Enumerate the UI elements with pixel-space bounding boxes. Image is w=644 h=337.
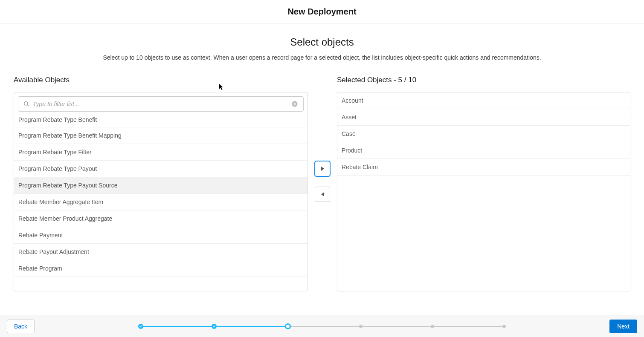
- list-item[interactable]: Program Rebate Type Filter: [14, 144, 307, 161]
- list-item[interactable]: Rebate Member Product Aggregate: [14, 210, 307, 227]
- transfer-buttons: [308, 76, 337, 202]
- list-item[interactable]: Rebate Member Aggregate Item: [14, 194, 307, 210]
- step-upcoming: [431, 325, 434, 328]
- move-right-button[interactable]: [315, 161, 330, 176]
- list-item[interactable]: Asset: [337, 109, 630, 126]
- modal-header: New Deployment: [0, 0, 644, 23]
- step-line: [143, 326, 212, 327]
- step-upcoming: [502, 325, 506, 328]
- available-title: Available Objects: [14, 76, 308, 84]
- list-item[interactable]: Program Rebate Type Benefit: [14, 115, 307, 127]
- list-item[interactable]: Program Rebate Type Payout: [14, 161, 307, 177]
- clear-icon[interactable]: [291, 101, 298, 107]
- search-icon: [23, 101, 29, 107]
- search-field: [18, 96, 304, 112]
- list-item[interactable]: Program Rebate Type Benefit Mapping: [14, 127, 307, 144]
- available-items: Program Rebate Type Benefit Program Reba…: [14, 115, 307, 277]
- list-item[interactable]: Program Rebate Type Payout Source: [14, 177, 307, 194]
- check-icon: [212, 325, 216, 328]
- selected-list-box: Account Asset Case Product Rebate Claim: [337, 92, 630, 291]
- svg-line-1: [27, 105, 29, 107]
- move-left-button[interactable]: [315, 187, 330, 202]
- main-content: Select objects Select up to 10 objects t…: [0, 23, 644, 291]
- available-panel: Available Objects: [14, 76, 308, 291]
- chevron-left-icon: [321, 192, 324, 196]
- list-item[interactable]: Rebate Payout Adjustment: [14, 244, 307, 260]
- check-icon: [139, 325, 142, 328]
- step-completed: [212, 324, 217, 329]
- step-line: [434, 326, 502, 327]
- svg-point-0: [24, 102, 28, 105]
- list-item[interactable]: Rebate Claim: [337, 159, 630, 176]
- list-item[interactable]: Case: [337, 126, 630, 142]
- step-line: [291, 326, 359, 327]
- step-line: [217, 326, 285, 327]
- chevron-right-icon: [321, 167, 324, 171]
- list-item[interactable]: Rebate Program: [14, 260, 307, 277]
- selected-panel: Selected Objects - 5 / 10 Account Asset …: [337, 76, 630, 291]
- next-button[interactable]: Next: [609, 320, 637, 333]
- selected-title: Selected Objects - 5 / 10: [337, 76, 630, 84]
- progress-indicator: [138, 323, 506, 329]
- dual-list-picker: Available Objects: [14, 76, 630, 291]
- step-upcoming: [359, 325, 363, 328]
- modal-footer: Back Next: [0, 315, 644, 337]
- step-line: [363, 326, 431, 327]
- list-item[interactable]: Rebate Payment: [14, 227, 307, 244]
- filter-input[interactable]: [18, 97, 303, 111]
- modal-title: New Deployment: [287, 7, 356, 17]
- step-current: [285, 323, 291, 329]
- list-item[interactable]: Product: [337, 142, 630, 159]
- page-title: Select objects: [14, 36, 630, 48]
- step-completed: [138, 324, 143, 329]
- search-wrap: [14, 92, 307, 115]
- available-list-box: Program Rebate Type Benefit Program Reba…: [14, 92, 308, 291]
- list-item[interactable]: Account: [337, 92, 630, 109]
- page-description: Select up to 10 objects to use as contex…: [14, 54, 630, 61]
- back-button[interactable]: Back: [7, 320, 35, 333]
